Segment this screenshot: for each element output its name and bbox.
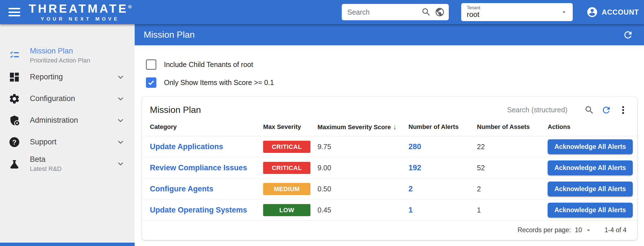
acknowledge-all-alerts-button[interactable]: Acknowledge All Alerts <box>548 182 633 196</box>
table-header-row: Category Max Severity Maximum Severity S… <box>142 120 637 136</box>
search-icon[interactable] <box>584 105 594 115</box>
sidebar-item-label: Support <box>30 138 57 146</box>
filter-include-child-tenants: Include Child Tenants of root <box>146 59 637 70</box>
chevron-down-icon <box>116 159 125 168</box>
sidebar-item-subtitle: Latest R&D <box>30 165 62 173</box>
column-header-number-of-assets[interactable]: Number of Assets <box>477 120 548 136</box>
category-link[interactable]: Configure Agents <box>150 185 214 193</box>
account-icon <box>586 6 598 18</box>
alerts-count-link[interactable]: 2 <box>408 185 413 193</box>
acknowledge-all-alerts-button[interactable]: Acknowledge All Alerts <box>548 139 633 154</box>
severity-badge: MEDIUM <box>263 183 310 195</box>
column-header-max-severity-score[interactable]: Maximum Severity Score↓ <box>317 120 408 136</box>
brand-title: THREATMATE® <box>29 3 132 15</box>
account-label: ACCOUNT <box>602 8 639 16</box>
account-button[interactable]: ACCOUNT <box>586 6 639 18</box>
help-icon: ? <box>8 136 20 148</box>
chevron-down-icon[interactable] <box>585 227 592 234</box>
table-row: Configure Agents MEDIUM 0.50 2 2 Acknowl… <box>142 178 637 200</box>
content-area: Mission Plan Prioritized Action Plan Rep… <box>0 24 644 246</box>
search-icon[interactable] <box>421 7 431 17</box>
registered-mark: ® <box>128 4 132 10</box>
top-bar: THREATMATE® YOUR NEXT MOVE Search Tenant… <box>0 0 644 24</box>
checkbox-checked[interactable] <box>146 77 156 88</box>
search-placeholder: Search <box>347 8 418 16</box>
alerts-count-link[interactable]: 1 <box>408 206 413 214</box>
gear-icon <box>8 93 20 105</box>
card-tools: Search (structured) <box>507 105 628 115</box>
filter-label: Only Show Items with Score >= 0.1 <box>164 79 274 87</box>
severity-badge: CRITICAL <box>263 141 310 153</box>
sidebar-item-administration[interactable]: Administration <box>0 109 135 131</box>
tenant-value: root <box>467 10 560 19</box>
column-header-actions: Actions <box>548 120 637 136</box>
category-link[interactable]: Review Compliance Issues <box>150 164 247 172</box>
card-title: Mission Plan <box>150 105 201 115</box>
menu-icon[interactable] <box>8 8 20 16</box>
sidebar-bottom-bar <box>0 243 135 246</box>
category-link[interactable]: Update Operating Systems <box>150 206 247 214</box>
chevron-down-icon <box>560 8 568 16</box>
kebab-menu-icon[interactable] <box>618 105 628 115</box>
structured-search-input[interactable]: Search (structured) <box>507 106 567 114</box>
mission-plan-table: Category Max Severity Maximum Severity S… <box>142 120 637 221</box>
pagination-range: 1-4 of 4 <box>605 226 627 234</box>
sidebar-item-reporting[interactable]: Reporting <box>0 66 135 88</box>
assets-count: 52 <box>477 164 485 172</box>
chevron-down-icon <box>116 94 125 103</box>
filter-label: Include Child Tenants of root <box>164 61 253 69</box>
card-header: Mission Plan Search (structured) <box>142 97 637 120</box>
sidebar-item-configuration[interactable]: Configuration <box>0 88 135 109</box>
severity-badge: CRITICAL <box>263 162 310 174</box>
mission-plan-card: Mission Plan Search (structured) <box>142 97 637 240</box>
acknowledge-all-alerts-button[interactable]: Acknowledge All Alerts <box>548 160 633 175</box>
page-title: Mission Plan <box>144 30 195 40</box>
pagination-bar: Records per page: 10 1-4 of 4 <box>142 221 637 240</box>
acknowledge-all-alerts-button[interactable]: Acknowledge All Alerts <box>548 203 633 218</box>
alerts-count-link[interactable]: 280 <box>408 142 421 151</box>
sidebar-item-label: Configuration <box>30 94 75 103</box>
refresh-icon[interactable] <box>623 30 633 40</box>
brand-tagline: YOUR NEXT MOVE <box>29 17 132 21</box>
tenant-label: Tenant <box>467 5 560 10</box>
check-icon <box>147 79 155 86</box>
sidebar-nav: Mission Plan Prioritized Action Plan Rep… <box>0 24 135 246</box>
global-search-input[interactable]: Search <box>342 4 449 20</box>
sidebar-item-support[interactable]: ? Support <box>0 131 135 153</box>
chevron-down-icon <box>116 73 125 82</box>
chevron-down-icon <box>116 138 125 147</box>
severity-score: 0.45 <box>317 206 331 214</box>
table-row: Update Operating Systems LOW 0.45 1 1 Ac… <box>142 200 637 221</box>
page-header: Mission Plan <box>135 24 644 45</box>
category-link[interactable]: Update Applications <box>150 142 223 151</box>
globe-icon[interactable] <box>435 7 445 17</box>
column-header-number-of-alerts[interactable]: Number of Alerts <box>408 120 477 136</box>
sidebar-item-mission-plan[interactable]: Mission Plan Prioritized Action Plan <box>0 44 135 66</box>
column-header-max-severity[interactable]: Max Severity <box>263 120 317 136</box>
filter-only-show-score: Only Show Items with Score >= 0.1 <box>146 77 637 88</box>
sidebar-item-subtitle: Prioritized Action Plan <box>30 57 90 64</box>
checklist-icon <box>8 50 20 61</box>
severity-score: 9.75 <box>317 143 331 151</box>
sidebar-item-label: Administration <box>30 116 78 125</box>
assets-count: 1 <box>477 206 481 214</box>
dashboard-icon <box>8 71 20 83</box>
sidebar-item-beta[interactable]: Beta Latest R&D <box>0 153 135 175</box>
refresh-icon[interactable] <box>601 105 611 115</box>
sidebar-item-label: Reporting <box>30 73 63 81</box>
page-body: Include Child Tenants of root Only Show … <box>135 45 644 246</box>
table-row: Update Applications CRITICAL 9.75 280 22… <box>142 136 637 157</box>
shield-icon <box>8 115 20 126</box>
page-size-select[interactable]: 10 <box>575 226 582 234</box>
svg-text:?: ? <box>12 138 17 146</box>
checkbox-unchecked[interactable] <box>146 59 156 70</box>
main-panel: Mission Plan Include Child Tenants of ro… <box>135 24 644 246</box>
sidebar-item-label: Beta <box>30 155 62 164</box>
tenant-select[interactable]: Tenant root <box>461 3 573 21</box>
threatmate-app: THREATMATE® YOUR NEXT MOVE Search Tenant… <box>0 0 644 246</box>
alerts-count-link[interactable]: 192 <box>408 164 421 172</box>
column-header-category[interactable]: Category <box>142 120 263 136</box>
records-per-page-label: Records per page: <box>518 226 571 234</box>
sort-desc-icon: ↓ <box>393 123 396 131</box>
chevron-down-icon <box>116 116 125 125</box>
